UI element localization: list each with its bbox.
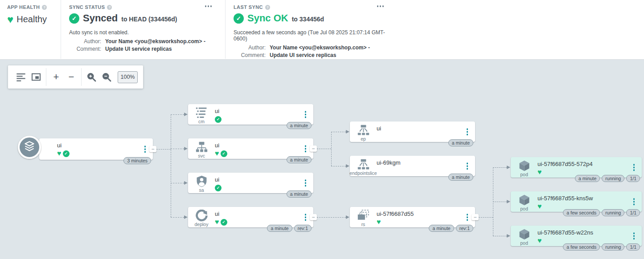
node-menu-icon[interactable] xyxy=(304,144,308,154)
ellipsis-menu-icon[interactable] xyxy=(375,4,386,9)
app-health-value: Healthy xyxy=(16,14,47,24)
synced-check-icon: ✓ xyxy=(63,150,70,157)
graph-node-pod[interactable]: podui-57f6687d55-572p4♥a minuterunning1/… xyxy=(511,157,642,178)
sync-status-panel: SYNC STATUS ? ✓ Synced to HEAD (334456d)… xyxy=(61,0,225,59)
healthy-heart-icon: ♥ xyxy=(537,169,542,175)
edge-arrow-icon xyxy=(507,166,510,169)
collapse-node-button[interactable]: − xyxy=(310,214,317,220)
collapse-node-button[interactable]: − xyxy=(310,146,317,152)
graph-node-svc[interactable]: svcui♥✓a minute xyxy=(188,138,313,159)
collapse-node-button[interactable]: − xyxy=(149,146,156,152)
svc-icon: svc xyxy=(188,138,215,159)
toolbar-divider xyxy=(46,68,46,86)
node-badge: 1/1 xyxy=(626,243,640,251)
pod-icon: pod xyxy=(511,157,537,178)
pod-cube-icon xyxy=(518,160,530,172)
author-value: Your Name <you@eksworkshop.com> - xyxy=(270,45,395,51)
node-menu-icon[interactable] xyxy=(632,231,636,241)
help-icon[interactable]: ? xyxy=(107,5,112,10)
graph-node-application[interactable]: ui♥✓3 minutes xyxy=(39,138,153,160)
author-label: Author: xyxy=(69,38,101,45)
service-icon xyxy=(196,141,208,153)
sa-icon: sa xyxy=(188,173,215,193)
graph-node-pod[interactable]: podui-57f6687d55-kns5w♥a few secondsrunn… xyxy=(511,191,642,212)
node-badge: a minute xyxy=(448,139,473,146)
layout-icon[interactable] xyxy=(13,69,29,85)
sync-ok-check-icon: ✓ xyxy=(234,13,244,24)
node-menu-icon[interactable] xyxy=(304,178,308,188)
graph-node-deploy[interactable]: deployui♥✓a minuterev:1 xyxy=(188,207,313,227)
node-badge: running xyxy=(602,175,624,182)
edge-arrow-icon xyxy=(507,234,510,238)
help-icon[interactable]: ? xyxy=(265,5,270,10)
graph-node-ep[interactable]: epuia minute xyxy=(350,121,475,142)
edge-line xyxy=(171,183,184,183)
last-sync-panel: LAST SYNC ? ✓ Sync OK to 334456d Succeed… xyxy=(225,0,395,59)
last-sync-value: Sync OK xyxy=(247,12,288,24)
ep-icon: ep xyxy=(350,121,377,142)
edge-arrow-icon xyxy=(346,130,349,134)
zoom-in-button[interactable]: + xyxy=(49,69,64,85)
node-badge: rev:1 xyxy=(456,225,473,232)
pod-cube-icon xyxy=(518,228,530,240)
graph-node-sa[interactable]: saui✓a minute xyxy=(188,173,313,193)
node-menu-icon[interactable] xyxy=(465,212,470,222)
node-badge: 3 minutes xyxy=(123,157,151,164)
edge-arrow-icon xyxy=(346,164,349,168)
ellipsis-menu-icon[interactable] xyxy=(203,4,214,9)
resource-kind-label: pod xyxy=(520,172,528,177)
node-menu-icon[interactable] xyxy=(304,109,308,119)
synced-check-icon: ✓ xyxy=(69,13,79,24)
node-badge: a minute xyxy=(267,225,292,232)
resource-name: ui-57f6687d55 xyxy=(377,210,475,217)
node-badge: a minute xyxy=(575,175,600,182)
sync-status-value: Synced xyxy=(83,12,118,24)
resource-kind-label: rs xyxy=(361,222,365,227)
magnifier-minus-icon[interactable] xyxy=(99,69,114,85)
edge-arrow-icon xyxy=(184,215,188,219)
synced-check-icon: ✓ xyxy=(215,116,222,123)
collapse-node-button[interactable]: − xyxy=(472,214,479,220)
edge-arrow-icon xyxy=(184,147,188,150)
graph-toolbar: + − 100% xyxy=(8,65,143,89)
node-menu-icon[interactable] xyxy=(632,197,636,206)
resource-tree-canvas[interactable]: + − 100% −−−− ui♥✓3 minutescmui✓a minute… xyxy=(0,60,644,259)
edge-line xyxy=(331,132,332,166)
node-menu-icon[interactable] xyxy=(465,127,470,137)
edge-line xyxy=(493,236,507,236)
app-health-label: APP HEALTH xyxy=(7,4,40,10)
healthy-heart-icon: ♥ xyxy=(377,219,381,225)
node-badge: running xyxy=(602,243,624,251)
healthy-heart-icon: ♥ xyxy=(537,203,542,210)
zoom-out-button[interactable]: − xyxy=(64,69,79,85)
help-icon[interactable]: ? xyxy=(42,5,47,10)
node-badge: a few seconds xyxy=(563,209,600,216)
node-menu-icon[interactable] xyxy=(143,144,148,154)
node-badge: a minute xyxy=(287,190,312,198)
edge-arrow-icon xyxy=(346,215,349,219)
zoom-percent-input[interactable]: 100% xyxy=(118,71,138,83)
resource-name: ui-57f6687d55-w22ns xyxy=(537,229,642,236)
deploy-icon: deploy xyxy=(188,207,215,227)
application-icon xyxy=(18,136,41,159)
last-sync-note: Succeeded a few seconds ago (Tue Jul 08 … xyxy=(234,29,395,42)
magnifier-plus-icon[interactable] xyxy=(84,69,99,85)
comment-value: Update UI service replicas xyxy=(105,46,225,52)
healthy-heart-icon: ♥ xyxy=(215,219,219,225)
healthy-heart-icon: ♥ xyxy=(7,15,13,24)
resource-kind-label: pod xyxy=(520,206,528,211)
sync-status-label: SYNC STATUS xyxy=(69,4,105,10)
resource-kind-label: cm xyxy=(198,119,205,124)
graph-node-rs[interactable]: rsui-57f6687d55♥a minuterev:1 xyxy=(350,207,475,227)
node-badge: rev:1 xyxy=(294,225,312,232)
node-menu-icon[interactable] xyxy=(465,161,470,171)
graph-node-endpointslice[interactable]: endpointsliceui-69kgma minute xyxy=(350,156,475,176)
graph-node-cm[interactable]: cmui✓a minute xyxy=(188,104,313,125)
graph-node-pod[interactable]: podui-57f6687d55-w22ns♥a few secondsrunn… xyxy=(511,226,642,246)
node-menu-icon[interactable] xyxy=(632,162,636,172)
node-menu-icon[interactable] xyxy=(304,212,308,222)
pod-cube-icon xyxy=(518,194,530,206)
node-badge: 1/1 xyxy=(626,209,640,216)
edge-line xyxy=(493,167,507,168)
fit-to-screen-icon[interactable] xyxy=(29,69,44,85)
